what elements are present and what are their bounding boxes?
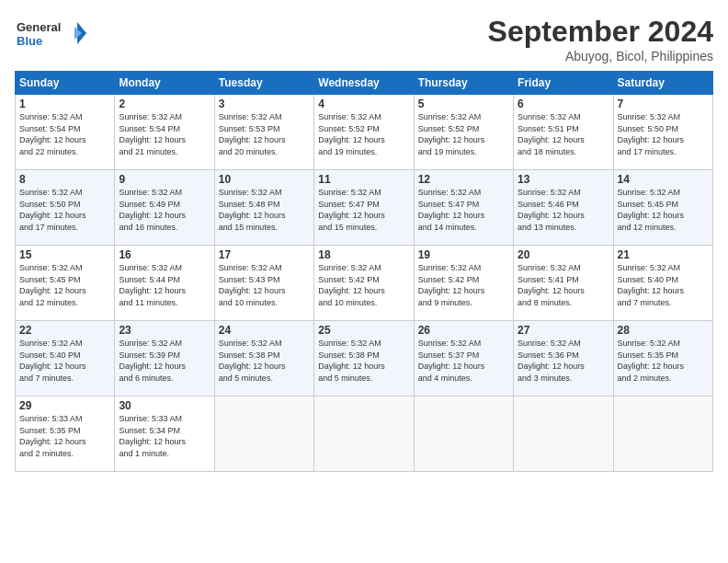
day-cell (514, 396, 613, 472)
day-number: 19 (418, 248, 509, 261)
day-number: 30 (119, 399, 210, 412)
day-info: Sunrise: 5:32 AM Sunset: 5:41 PM Dayligh… (518, 262, 609, 308)
day-cell: 11Sunrise: 5:32 AM Sunset: 5:47 PM Dayli… (314, 170, 414, 246)
day-info: Sunrise: 5:32 AM Sunset: 5:38 PM Dayligh… (318, 338, 409, 384)
day-number: 14 (618, 173, 709, 186)
day-cell: 3Sunrise: 5:32 AM Sunset: 5:53 PM Daylig… (214, 95, 313, 170)
day-number: 4 (318, 98, 409, 110)
day-number: 24 (219, 324, 310, 337)
day-info: Sunrise: 5:32 AM Sunset: 5:51 PM Dayligh… (518, 111, 609, 157)
day-info: Sunrise: 5:32 AM Sunset: 5:38 PM Dayligh… (219, 338, 310, 384)
day-number: 25 (318, 324, 409, 337)
day-cell: 25Sunrise: 5:32 AM Sunset: 5:38 PM Dayli… (314, 321, 414, 396)
day-info: Sunrise: 5:32 AM Sunset: 5:42 PM Dayligh… (318, 262, 409, 308)
col-header-monday: Monday (115, 72, 214, 95)
header-row: SundayMondayTuesdayWednesdayThursdayFrid… (16, 72, 713, 95)
day-number: 26 (418, 324, 509, 337)
day-number: 17 (219, 248, 310, 261)
day-info: Sunrise: 5:33 AM Sunset: 5:35 PM Dayligh… (19, 413, 110, 459)
day-cell: 4Sunrise: 5:32 AM Sunset: 5:52 PM Daylig… (314, 95, 414, 170)
day-info: Sunrise: 5:32 AM Sunset: 5:46 PM Dayligh… (518, 187, 609, 233)
day-info: Sunrise: 5:32 AM Sunset: 5:54 PM Dayligh… (19, 111, 110, 157)
day-cell: 24Sunrise: 5:32 AM Sunset: 5:38 PM Dayli… (214, 321, 313, 396)
day-number: 28 (618, 324, 709, 337)
col-header-saturday: Saturday (613, 72, 712, 95)
day-info: Sunrise: 5:32 AM Sunset: 5:35 PM Dayligh… (618, 338, 709, 384)
day-info: Sunrise: 5:32 AM Sunset: 5:40 PM Dayligh… (19, 338, 110, 384)
day-number: 15 (19, 248, 110, 261)
day-info: Sunrise: 5:32 AM Sunset: 5:49 PM Dayligh… (119, 187, 210, 233)
subtitle: Abuyog, Bicol, Philippines (488, 49, 713, 63)
day-number: 2 (119, 98, 210, 110)
day-info: Sunrise: 5:32 AM Sunset: 5:47 PM Dayligh… (318, 187, 409, 233)
day-cell: 12Sunrise: 5:32 AM Sunset: 5:47 PM Dayli… (414, 170, 513, 246)
day-cell (314, 396, 414, 472)
day-cell: 2Sunrise: 5:32 AM Sunset: 5:54 PM Daylig… (115, 95, 214, 170)
calendar-table: SundayMondayTuesdayWednesdayThursdayFrid… (15, 71, 713, 472)
day-info: Sunrise: 5:32 AM Sunset: 5:52 PM Dayligh… (418, 111, 509, 157)
day-cell: 1Sunrise: 5:32 AM Sunset: 5:54 PM Daylig… (16, 95, 115, 170)
day-info: Sunrise: 5:32 AM Sunset: 5:40 PM Dayligh… (618, 262, 709, 308)
day-info: Sunrise: 5:32 AM Sunset: 5:50 PM Dayligh… (19, 187, 110, 233)
week-row-4: 29Sunrise: 5:33 AM Sunset: 5:35 PM Dayli… (16, 396, 713, 472)
day-number: 21 (618, 248, 709, 261)
week-row-1: 8Sunrise: 5:32 AM Sunset: 5:50 PM Daylig… (16, 170, 713, 246)
day-cell: 28Sunrise: 5:32 AM Sunset: 5:35 PM Dayli… (613, 321, 712, 396)
day-number: 20 (518, 248, 609, 261)
day-cell: 16Sunrise: 5:32 AM Sunset: 5:44 PM Dayli… (115, 246, 214, 321)
day-cell: 9Sunrise: 5:32 AM Sunset: 5:49 PM Daylig… (115, 170, 214, 246)
day-info: Sunrise: 5:32 AM Sunset: 5:50 PM Dayligh… (618, 111, 709, 157)
day-info: Sunrise: 5:32 AM Sunset: 5:54 PM Dayligh… (119, 111, 210, 157)
day-info: Sunrise: 5:32 AM Sunset: 5:45 PM Dayligh… (19, 262, 110, 308)
day-number: 12 (418, 173, 509, 186)
day-number: 27 (518, 324, 609, 337)
day-number: 8 (19, 173, 110, 186)
day-info: Sunrise: 5:32 AM Sunset: 5:48 PM Dayligh… (219, 187, 310, 233)
day-info: Sunrise: 5:32 AM Sunset: 5:37 PM Dayligh… (418, 338, 509, 384)
day-number: 22 (19, 324, 110, 337)
day-cell: 6Sunrise: 5:32 AM Sunset: 5:51 PM Daylig… (514, 95, 613, 170)
title-block: September 2024 Abuyog, Bicol, Philippine… (488, 15, 713, 63)
day-info: Sunrise: 5:32 AM Sunset: 5:52 PM Dayligh… (318, 111, 409, 157)
day-number: 6 (518, 98, 609, 110)
day-cell (414, 396, 513, 472)
day-info: Sunrise: 5:33 AM Sunset: 5:34 PM Dayligh… (119, 413, 210, 459)
day-cell: 23Sunrise: 5:32 AM Sunset: 5:39 PM Dayli… (115, 321, 214, 396)
page: General Blue September 2024 Abuyog, Bico… (0, 0, 728, 563)
day-cell: 27Sunrise: 5:32 AM Sunset: 5:36 PM Dayli… (514, 321, 613, 396)
day-cell: 18Sunrise: 5:32 AM Sunset: 5:42 PM Dayli… (314, 246, 414, 321)
day-info: Sunrise: 5:32 AM Sunset: 5:43 PM Dayligh… (219, 262, 310, 308)
day-cell: 30Sunrise: 5:33 AM Sunset: 5:34 PM Dayli… (115, 396, 214, 472)
day-cell: 14Sunrise: 5:32 AM Sunset: 5:45 PM Dayli… (613, 170, 712, 246)
header: General Blue September 2024 Abuyog, Bico… (15, 15, 713, 63)
day-cell: 10Sunrise: 5:32 AM Sunset: 5:48 PM Dayli… (214, 170, 313, 246)
week-row-2: 15Sunrise: 5:32 AM Sunset: 5:45 PM Dayli… (16, 246, 713, 321)
day-info: Sunrise: 5:32 AM Sunset: 5:36 PM Dayligh… (518, 338, 609, 384)
day-cell: 20Sunrise: 5:32 AM Sunset: 5:41 PM Dayli… (514, 246, 613, 321)
day-info: Sunrise: 5:32 AM Sunset: 5:45 PM Dayligh… (618, 187, 709, 233)
day-number: 18 (318, 248, 409, 261)
day-number: 23 (119, 324, 210, 337)
svg-text:Blue: Blue (17, 34, 42, 48)
day-number: 7 (618, 98, 709, 110)
day-cell: 29Sunrise: 5:33 AM Sunset: 5:35 PM Dayli… (16, 396, 115, 472)
day-cell: 26Sunrise: 5:32 AM Sunset: 5:37 PM Dayli… (414, 321, 513, 396)
day-cell: 19Sunrise: 5:32 AM Sunset: 5:42 PM Dayli… (414, 246, 513, 321)
day-number: 1 (19, 98, 110, 110)
logo: General Blue (15, 15, 88, 52)
day-info: Sunrise: 5:32 AM Sunset: 5:44 PM Dayligh… (119, 262, 210, 308)
day-number: 3 (219, 98, 310, 110)
day-number: 29 (19, 399, 110, 412)
col-header-thursday: Thursday (414, 72, 513, 95)
day-number: 16 (119, 248, 210, 261)
day-cell: 13Sunrise: 5:32 AM Sunset: 5:46 PM Dayli… (514, 170, 613, 246)
svg-text:General: General (17, 20, 61, 34)
day-info: Sunrise: 5:32 AM Sunset: 5:42 PM Dayligh… (418, 262, 509, 308)
day-cell: 7Sunrise: 5:32 AM Sunset: 5:50 PM Daylig… (613, 95, 712, 170)
day-number: 5 (418, 98, 509, 110)
week-row-0: 1Sunrise: 5:32 AM Sunset: 5:54 PM Daylig… (16, 95, 713, 170)
day-cell (214, 396, 313, 472)
day-cell: 15Sunrise: 5:32 AM Sunset: 5:45 PM Dayli… (16, 246, 115, 321)
day-cell: 17Sunrise: 5:32 AM Sunset: 5:43 PM Dayli… (214, 246, 313, 321)
day-cell: 22Sunrise: 5:32 AM Sunset: 5:40 PM Dayli… (16, 321, 115, 396)
